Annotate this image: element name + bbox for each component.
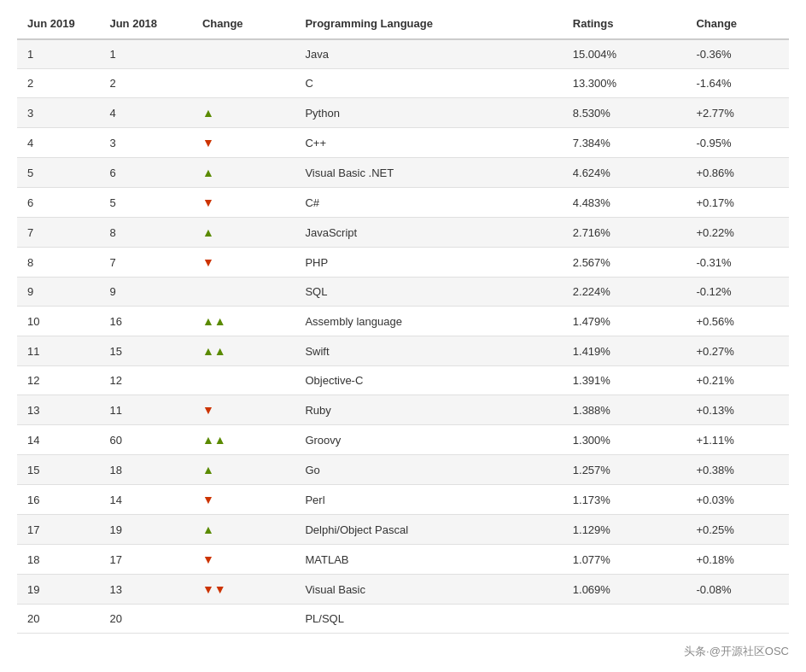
cell-jun2019: 1 [17, 39, 99, 69]
cell-jun2019: 4 [17, 128, 99, 158]
arrow-down-icon: ▼ [202, 493, 214, 506]
table-row: 87▼PHP2.567%-0.31% [17, 248, 789, 278]
cell-jun2018: 20 [99, 605, 191, 634]
header-jun2018: Jun 2018 [99, 9, 191, 39]
cell-change-value: -1.64% [686, 69, 789, 98]
cell-change-icon: ▲▲ [192, 336, 295, 366]
table-row: 1212Objective-C1.391%+0.21% [17, 366, 789, 395]
cell-ratings: 13.300% [563, 69, 686, 98]
cell-change-value: +0.25% [686, 515, 789, 545]
cell-change-value: +0.18% [686, 545, 789, 575]
cell-jun2019: 17 [17, 515, 99, 545]
cell-change-value: +0.17% [686, 188, 789, 218]
table-row: 43▼C++7.384%-0.95% [17, 128, 789, 158]
cell-language: Python [295, 98, 562, 128]
cell-language: Objective-C [295, 366, 562, 395]
cell-jun2018: 18 [99, 455, 191, 485]
cell-language: Ruby [295, 395, 562, 425]
cell-jun2019: 8 [17, 248, 99, 278]
cell-ratings: 1.391% [563, 366, 686, 395]
cell-jun2019: 9 [17, 278, 99, 307]
cell-ratings: 7.384% [563, 128, 686, 158]
cell-change-icon [192, 278, 295, 307]
cell-jun2018: 16 [99, 307, 191, 336]
cell-jun2018: 3 [99, 128, 191, 158]
cell-change-icon: ▼ [192, 188, 295, 218]
cell-language: C [295, 69, 562, 98]
arrow-up-icon: ▲ [202, 166, 214, 179]
cell-language: PL/SQL [295, 605, 562, 634]
arrow-up-icon: ▲ [202, 523, 214, 536]
cell-ratings: 1.419% [563, 336, 686, 366]
cell-jun2019: 20 [17, 605, 99, 634]
cell-jun2018: 14 [99, 485, 191, 515]
cell-jun2018: 15 [99, 336, 191, 366]
cell-jun2018: 5 [99, 188, 191, 218]
cell-language: Delphi/Object Pascal [295, 515, 562, 545]
cell-language: Go [295, 455, 562, 485]
cell-ratings: 1.129% [563, 515, 686, 545]
cell-ratings: 2.567% [563, 248, 686, 278]
header-change1: Change [192, 9, 295, 39]
table-row: 22C13.300%-1.64% [17, 69, 789, 98]
cell-change-value: -0.31% [686, 248, 789, 278]
cell-jun2019: 10 [17, 307, 99, 336]
table-row: 1016▲▲Assembly language1.479%+0.56% [17, 307, 789, 336]
table-row: 1913▼▼Visual Basic1.069%-0.08% [17, 575, 789, 605]
cell-change-value: +1.11% [686, 425, 789, 455]
table-row: 1115▲▲Swift1.419%+0.27% [17, 336, 789, 366]
table-header-row: Jun 2019 Jun 2018 Change Programming Lan… [17, 9, 789, 39]
cell-ratings: 8.530% [563, 98, 686, 128]
cell-language: Java [295, 39, 562, 69]
header-language: Programming Language [295, 9, 562, 39]
cell-change-icon: ▼ [192, 485, 295, 515]
cell-change-value: +0.03% [686, 485, 789, 515]
rankings-table: Jun 2019 Jun 2018 Change Programming Lan… [17, 9, 789, 634]
cell-jun2019: 2 [17, 69, 99, 98]
cell-jun2019: 5 [17, 158, 99, 188]
cell-change-value: +0.13% [686, 395, 789, 425]
cell-ratings: 4.483% [563, 188, 686, 218]
cell-language: PHP [295, 248, 562, 278]
table-row: 99SQL2.224%-0.12% [17, 278, 789, 307]
table-row: 1518▲Go1.257%+0.38% [17, 455, 789, 485]
cell-change-value: +0.21% [686, 366, 789, 395]
cell-language: SQL [295, 278, 562, 307]
cell-ratings: 1.300% [563, 425, 686, 455]
arrow-up-icon: ▲ [202, 463, 214, 476]
cell-jun2019: 12 [17, 366, 99, 395]
cell-jun2018: 8 [99, 218, 191, 248]
cell-jun2019: 7 [17, 218, 99, 248]
cell-change-icon: ▲▲ [192, 307, 295, 336]
cell-jun2019: 14 [17, 425, 99, 455]
table-row: 2020PL/SQL [17, 605, 789, 634]
cell-language: Swift [295, 336, 562, 366]
cell-jun2019: 18 [17, 545, 99, 575]
header-change2: Change [686, 9, 789, 39]
arrow-double-up-icon: ▲▲ [202, 314, 226, 328]
cell-ratings: 1.069% [563, 575, 686, 605]
arrow-down-icon: ▼ [202, 255, 214, 269]
cell-jun2019: 19 [17, 575, 99, 605]
cell-change-icon: ▼▼ [192, 575, 295, 605]
cell-change-icon [192, 39, 295, 69]
table-row: 1719▲Delphi/Object Pascal1.129%+0.25% [17, 515, 789, 545]
cell-change-value [686, 605, 789, 634]
cell-change-icon: ▲ [192, 455, 295, 485]
cell-change-icon: ▲ [192, 98, 295, 128]
cell-change-value: +2.77% [686, 98, 789, 128]
cell-change-icon: ▼ [192, 545, 295, 575]
cell-ratings: 2.224% [563, 278, 686, 307]
cell-change-icon [192, 69, 295, 98]
cell-change-icon: ▲▲ [192, 425, 295, 455]
cell-jun2019: 3 [17, 98, 99, 128]
table-row: 1311▼Ruby1.388%+0.13% [17, 395, 789, 425]
arrow-up-icon: ▲ [202, 225, 214, 239]
cell-jun2018: 7 [99, 248, 191, 278]
cell-change-value: -0.12% [686, 278, 789, 307]
cell-language: Assembly language [295, 307, 562, 336]
cell-language: Groovy [295, 425, 562, 455]
cell-change-icon: ▲ [192, 218, 295, 248]
cell-change-icon [192, 366, 295, 395]
cell-change-icon: ▼ [192, 128, 295, 158]
